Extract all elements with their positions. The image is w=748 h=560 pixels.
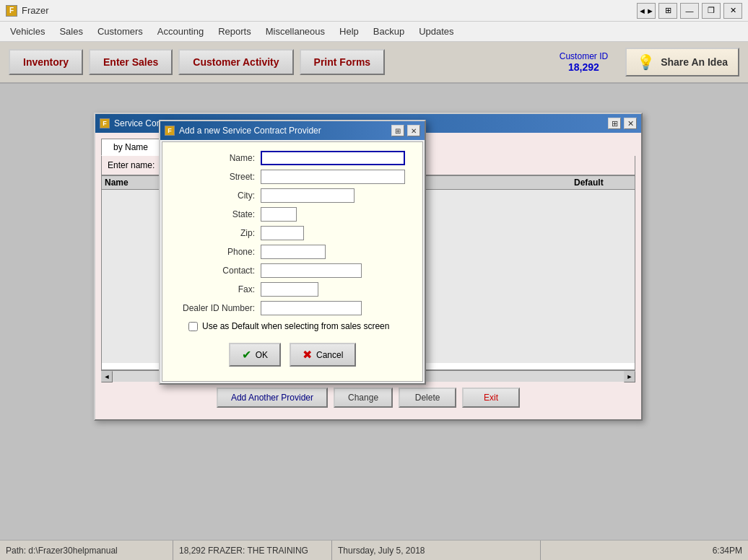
status-path: Path: d:\Frazer30helpmanual (0, 541, 173, 560)
add-dialog-close-btn[interactable]: ✕ (407, 125, 420, 136)
dealer-id-input[interactable] (261, 301, 362, 315)
contact-label: Contact: (174, 266, 261, 276)
close-btn[interactable]: ✕ (723, 3, 742, 19)
city-row: City: (174, 188, 411, 203)
add-dialog-icon: F (165, 126, 175, 136)
share-idea-button[interactable]: 💡 Share An Idea (625, 48, 739, 76)
menu-accounting[interactable]: Accounting (150, 23, 211, 40)
street-row: Street: (174, 170, 411, 184)
customer-activity-button[interactable]: Customer Activity (178, 49, 293, 75)
ok-label: OK (256, 350, 268, 360)
add-another-provider-button[interactable]: Add Another Provider (217, 388, 328, 408)
menu-bar: Vehicles Sales Customers Accounting Repo… (0, 22, 748, 42)
add-dialog-title: Add a new Service Contract Provider (179, 126, 321, 136)
scp-icon: F (100, 118, 110, 128)
menu-sales[interactable]: Sales (52, 23, 90, 40)
add-dialog-icon-btn[interactable]: ⊞ (391, 125, 404, 136)
add-title-bar[interactable]: F Add a new Service Contract Provider ⊞ … (160, 121, 425, 140)
toolbar: Inventory Enter Sales Customer Activity … (0, 42, 748, 84)
scp-bottom-bar: Add Another Provider Change Delete Exit (101, 382, 635, 414)
zip-input[interactable] (261, 226, 304, 240)
fax-label: Fax: (174, 284, 261, 294)
col-default: Default (574, 178, 632, 188)
customer-id-label: Customer ID (560, 51, 608, 61)
add-dialog-body: Name: Street: City: State: Zip: (162, 141, 423, 382)
fax-input[interactable] (261, 282, 318, 297)
cancel-label: Cancel (316, 350, 343, 360)
status-bar: Path: d:\Frazer30helpmanual 18,292 FRAZE… (0, 540, 748, 560)
scp-icon-btn[interactable]: ⊞ (608, 118, 621, 129)
icon-change-btn[interactable]: ◄► (637, 3, 656, 19)
title-bar: F Frazer ◄► ⊞ — ❐ ✕ (0, 0, 748, 22)
status-company: 18,292 FRAZER: THE TRAINING (173, 541, 332, 560)
change-button[interactable]: Change (334, 388, 393, 408)
delete-button[interactable]: Delete (399, 388, 456, 408)
share-idea-label: Share An Idea (661, 56, 728, 68)
cancel-x-icon: ✖ (303, 348, 312, 362)
scroll-right-arrow[interactable]: ► (624, 371, 635, 382)
inventory-button[interactable]: Inventory (9, 49, 83, 75)
customer-id-value: 18,292 (560, 61, 608, 73)
window-title: Frazer (22, 5, 49, 16)
menu-backup[interactable]: Backup (366, 23, 412, 40)
dialog-buttons: ✔ OK ✖ Cancel (174, 340, 411, 372)
state-label: State: (174, 209, 261, 219)
customer-id-box: Customer ID 18,292 (560, 51, 608, 73)
scroll-left-arrow[interactable]: ◄ (101, 371, 113, 382)
cancel-button[interactable]: ✖ Cancel (290, 343, 356, 367)
tab-by-name[interactable]: by Name (101, 139, 160, 156)
default-checkbox[interactable] (188, 322, 198, 331)
status-date: Thursday, July 5, 2018 (332, 541, 541, 560)
name-input[interactable] (261, 151, 405, 165)
bulb-icon: 💡 (637, 53, 655, 71)
name-row: Name: (174, 151, 411, 165)
menu-customers[interactable]: Customers (90, 23, 150, 40)
contact-row: Contact: (174, 263, 411, 278)
phone-row: Phone: (174, 245, 411, 259)
title-bar-controls: ◄► ⊞ — ❐ ✕ (637, 3, 742, 19)
city-label: City: (174, 191, 261, 201)
menu-vehicles[interactable]: Vehicles (3, 23, 52, 40)
menu-updates[interactable]: Updates (412, 23, 461, 40)
menu-miscellaneous[interactable]: Miscellaneous (258, 23, 332, 40)
contact-input[interactable] (261, 263, 362, 278)
default-checkbox-label: Use as Default when selecting from sales… (202, 321, 389, 331)
scp-close-btn[interactable]: ✕ (624, 118, 637, 129)
name-label: Name: (174, 153, 261, 163)
state-input[interactable] (261, 207, 297, 222)
street-label: Street: (174, 172, 261, 182)
minimize-btn[interactable]: — (680, 3, 699, 19)
add-provider-dialog: F Add a new Service Contract Provider ⊞ … (159, 120, 426, 385)
menu-help[interactable]: Help (332, 23, 366, 40)
status-time: 6:34PM (541, 541, 749, 560)
street-input[interactable] (261, 170, 405, 184)
main-area: F Service Contract Providers ⊞ ✕ by Name… (0, 84, 748, 538)
dealer-id-row: Dealer ID Number: (174, 301, 411, 315)
city-input[interactable] (261, 188, 355, 203)
ok-button[interactable]: ✔ OK (229, 343, 281, 367)
app-icon: F (6, 5, 17, 17)
zip-row: Zip: (174, 226, 411, 240)
enter-name-label: Enter name: (108, 160, 155, 170)
restore-btn[interactable]: ❐ (702, 3, 721, 19)
zip-label: Zip: (174, 228, 261, 238)
maximize-icon-btn[interactable]: ⊞ (658, 3, 677, 19)
ok-checkmark-icon: ✔ (242, 348, 251, 362)
dealer-id-label: Dealer ID Number: (174, 303, 261, 313)
enter-sales-button[interactable]: Enter Sales (89, 49, 173, 75)
fax-row: Fax: (174, 282, 411, 297)
exit-button[interactable]: Exit (462, 388, 520, 408)
state-row: State: (174, 207, 411, 222)
phone-input[interactable] (261, 245, 326, 259)
print-forms-button[interactable]: Print Forms (300, 49, 386, 75)
default-checkbox-row: Use as Default when selecting from sales… (188, 321, 411, 331)
phone-label: Phone: (174, 247, 261, 257)
menu-reports[interactable]: Reports (211, 23, 258, 40)
